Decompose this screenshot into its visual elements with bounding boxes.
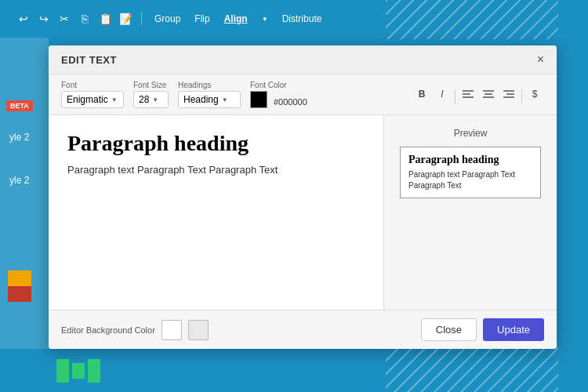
edit-text-dialog: EDIT TEXT × Font Enigmatic ▼ Font Size 2… [49, 45, 557, 349]
separator-1 [141, 13, 142, 25]
preview-box: Paragraph heading Paragraph text Paragra… [400, 147, 541, 198]
editor-body: Paragraph text Paragraph Text Paragraph … [67, 164, 365, 176]
italic-button[interactable]: I [433, 85, 452, 103]
preview-body-line1: Paragraph text Paragraph Text [408, 170, 515, 179]
text-editor[interactable]: Paragraph heading Paragraph text Paragra… [49, 115, 384, 310]
font-family-value: Enigmatic [67, 94, 108, 105]
color-block-red [8, 286, 31, 302]
align-right-button[interactable] [499, 85, 518, 103]
special-format-button[interactable]: $ [525, 85, 544, 103]
preview-panel: Preview Paragraph heading Paragraph text… [384, 115, 557, 310]
font-color-label: Font Color [250, 81, 307, 89]
font-color-hex: #000000 [274, 97, 307, 108]
svg-rect-3 [386, 347, 558, 392]
paste-special-icon[interactable]: 📝 [118, 11, 133, 27]
cut-icon[interactable]: ✂ [56, 11, 72, 27]
undo-icon[interactable]: ↩ [16, 11, 31, 27]
align-btn[interactable]: Align [220, 12, 252, 26]
headings-label: Headings [178, 81, 241, 89]
preview-heading: Paragraph heading [408, 154, 532, 166]
format-divider [455, 89, 456, 103]
green-rect-2 [72, 363, 85, 379]
editor-heading: Paragraph heading [67, 131, 365, 156]
format-divider-2 [521, 89, 522, 103]
color-block-yellow [8, 270, 31, 286]
redo-icon[interactable]: ↪ [36, 11, 52, 27]
paste-icon[interactable]: 📋 [97, 11, 113, 27]
bg-color-swatch-gray[interactable] [188, 320, 209, 340]
beta-badge: BETA [6, 100, 33, 111]
preview-body: Paragraph text Paragraph Text Paragraph … [408, 169, 532, 191]
green-rect-3 [88, 359, 100, 383]
distribute-btn[interactable]: Distribute [278, 12, 327, 26]
green-rect-1 [56, 359, 69, 383]
group-btn[interactable]: Group [150, 12, 185, 26]
preview-label: Preview [454, 128, 488, 139]
update-button[interactable]: Update [483, 318, 544, 341]
bottom-green-bar [49, 349, 143, 392]
dialog-content: Paragraph heading Paragraph text Paragra… [49, 115, 557, 310]
font-family-group: Font Enigmatic ▼ [61, 81, 124, 108]
top-toolbar: ↩ ↪ ✂ ⎘ 📋 📝 Group Flip Align ▼ Distribut… [0, 0, 588, 38]
side-label-2: yle 2 [9, 175, 29, 186]
dialog-title: EDIT TEXT [61, 54, 117, 66]
copy-icon[interactable]: ⎘ [77, 11, 93, 27]
bg-color-swatch-white[interactable] [162, 320, 182, 340]
footer-buttons: Close Update [421, 318, 544, 341]
bg-color-section: Editor Background Color [61, 320, 209, 340]
align-chevron-icon[interactable]: ▼ [257, 11, 273, 27]
bg-color-label: Editor Background Color [61, 325, 155, 335]
dialog-footer: Editor Background Color Close Update [49, 310, 557, 349]
font-size-label: Font Size [133, 81, 169, 89]
font-size-group: Font Size 28 ▼ [133, 81, 169, 108]
left-side-panel: BETA yle 2 yle 2 [0, 38, 49, 349]
preview-body-line2: Paragraph Text [408, 181, 462, 190]
dialog-close-button[interactable]: × [537, 53, 544, 66]
flip-btn[interactable]: Flip [190, 12, 214, 26]
font-controls-row: Font Enigmatic ▼ Font Size 28 ▼ Headings… [49, 74, 557, 115]
side-label-1: yle 2 [9, 132, 29, 143]
headings-select[interactable]: Heading ▼ [178, 91, 241, 108]
close-button[interactable]: Close [421, 318, 477, 341]
headings-group: Headings Heading ▼ [178, 81, 241, 108]
bold-button[interactable]: B [412, 85, 431, 103]
font-family-chevron: ▼ [111, 96, 118, 103]
dialog-header: EDIT TEXT × [49, 45, 557, 74]
font-family-select[interactable]: Enigmatic ▼ [61, 91, 124, 108]
font-size-value: 28 [139, 94, 149, 105]
font-color-group: Font Color #000000 [250, 81, 307, 108]
font-size-chevron: ▼ [152, 96, 158, 103]
font-color-swatch[interactable] [250, 91, 267, 108]
font-size-select[interactable]: 28 ▼ [133, 91, 169, 108]
font-family-label: Font [61, 81, 124, 89]
align-center-button[interactable] [479, 85, 498, 103]
align-left-button[interactable] [459, 85, 477, 103]
headings-value: Heading [183, 94, 219, 105]
headings-chevron: ▼ [222, 96, 228, 103]
format-buttons-group: B I $ [412, 85, 544, 105]
